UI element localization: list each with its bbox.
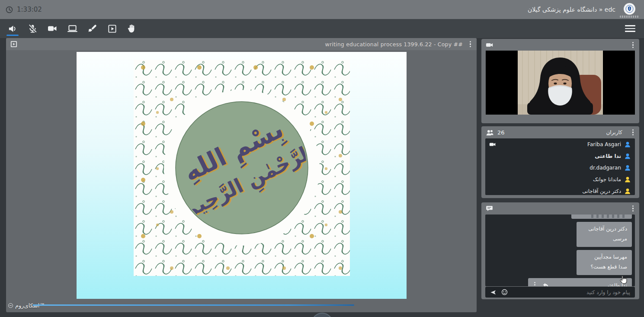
bismillah-artwork: بِسْمِ اللهِ الرَّحْمٰنِ الرَّحِیمِ بِسْ… xyxy=(134,60,350,276)
message-menu-button[interactable] xyxy=(533,281,537,286)
video-panel xyxy=(481,39,639,123)
university-logo xyxy=(624,3,635,15)
user-name: دکتر درین آقاجانی xyxy=(582,188,621,194)
speaker-icon xyxy=(8,24,18,34)
user-row[interactable]: dr.dadgaran xyxy=(485,162,635,173)
camera-icon xyxy=(486,41,493,49)
message-hover-controls xyxy=(533,281,549,286)
person-icon xyxy=(624,188,631,195)
user-list: Fariba Asgari ندا طاعتی dr.dadgaran xyxy=(485,138,635,195)
chat-panel: دکتر درین آقاجانی مرسی مهرسا مجدآیین صدا… xyxy=(481,202,639,299)
chat-icon xyxy=(486,205,493,212)
user-row[interactable]: ندا طاعتی xyxy=(485,150,635,162)
user-name: ماندانا جوانک xyxy=(593,176,621,183)
mic-off-icon xyxy=(28,24,38,34)
users-panel-menu-button[interactable] xyxy=(631,128,635,137)
skyroom-app: 1:33:02 edc « دانشگاه علوم پزشکی گیلان xyxy=(0,0,644,317)
document-titlebar: writing educational process 1399.6.22 - … xyxy=(6,38,477,50)
skyroom-logo-icon xyxy=(8,303,13,308)
speaker-button[interactable] xyxy=(3,19,22,38)
webcam-feed[interactable] xyxy=(486,51,635,115)
reply-icon[interactable] xyxy=(542,282,549,286)
users-count: 26 xyxy=(497,129,505,136)
room-title: edc « دانشگاه علوم پزشکی گیلان xyxy=(528,6,615,13)
session-timer: 1:33:02 xyxy=(5,6,42,14)
presentation-pop-icon[interactable] xyxy=(10,41,17,48)
chat-message[interactable]: دکتر درین آقاجانی مرسی xyxy=(577,222,632,247)
send-icon[interactable] xyxy=(489,288,497,296)
webcam-button[interactable] xyxy=(42,19,62,38)
user-name: Fariba Asgari xyxy=(587,141,621,147)
user-name: ندا طاعتی xyxy=(595,153,621,159)
main-toolbar xyxy=(0,19,644,38)
raise-hand-button[interactable] xyxy=(122,19,142,38)
document-viewer-panel: writing educational process 1399.6.22 - … xyxy=(6,38,477,312)
webcam-icon xyxy=(47,23,58,34)
emoji-icon[interactable] xyxy=(501,288,508,296)
user-name: dr.dadgaran xyxy=(590,165,621,171)
screen-share-button[interactable] xyxy=(62,19,82,38)
video-panel-header xyxy=(481,39,639,51)
message-sender: مهرسا مجدآیین xyxy=(581,252,627,262)
clipped-text xyxy=(591,215,627,218)
logo-caption xyxy=(620,16,639,18)
top-bar: 1:33:02 edc « دانشگاه علوم پزشکی گیلان xyxy=(0,0,644,19)
person-icon xyxy=(624,153,631,160)
document-menu-button[interactable] xyxy=(468,40,472,49)
users-panel-header: 26 کاربران xyxy=(481,126,639,138)
microphone-muted-button[interactable] xyxy=(22,19,42,38)
session-time: 1:33:02 xyxy=(17,6,42,13)
chat-message-input[interactable] xyxy=(512,289,631,296)
user-row[interactable]: Fariba Asgari xyxy=(485,138,635,150)
draw-button[interactable] xyxy=(82,19,102,38)
message-text: صدا قطع هست؟ xyxy=(581,262,627,272)
raise-hand-icon xyxy=(127,24,137,34)
users-panel: 26 کاربران Fariba Asgari ندا طاعتی xyxy=(481,126,639,198)
media-player-button[interactable] xyxy=(102,19,122,38)
user-camera-icon xyxy=(489,141,496,148)
person-icon xyxy=(624,176,631,183)
chat-message[interactable]: مهرسا مجدآیین صدا قطع هست؟ xyxy=(577,250,632,275)
user-row[interactable]: ماندانا جوانک xyxy=(485,173,635,185)
clock-icon xyxy=(5,6,13,14)
brush-icon xyxy=(87,24,97,34)
person-icon xyxy=(624,164,631,171)
room-header: edc « دانشگاه علوم پزشکی گیلان xyxy=(528,1,639,18)
chat-input-bar xyxy=(485,287,635,298)
person-icon xyxy=(624,141,631,148)
bottom-dock-toggle[interactable] xyxy=(311,313,333,317)
user-row[interactable]: دکتر درین آقاجانی xyxy=(485,185,635,195)
message-text: مرسی xyxy=(581,234,627,244)
slide-progress-bar[interactable] xyxy=(32,304,354,306)
screen-share-icon xyxy=(67,23,78,34)
users-panel-title: کاربران xyxy=(606,129,622,135)
presentation-slide: بِسْمِ اللهِ الرَّحْمٰنِ الرَّحِیمِ بِسْ… xyxy=(77,52,407,299)
video-panel-menu-button[interactable] xyxy=(631,41,635,50)
chat-message-partial-bottom[interactable]: ندا طاعتی xyxy=(528,278,632,286)
users-icon xyxy=(486,128,494,137)
chat-message-partial-top[interactable] xyxy=(571,215,632,219)
document-title: writing educational process 1399.6.22 - … xyxy=(325,41,463,48)
menu-button[interactable] xyxy=(625,25,635,32)
message-sender: دکتر درین آقاجانی xyxy=(581,224,627,234)
room-logo-wrap xyxy=(620,3,639,18)
media-player-icon xyxy=(107,24,117,34)
chat-panel-header xyxy=(481,202,639,215)
webcam-video-frame xyxy=(486,51,635,115)
chat-message-list[interactable]: دکتر درین آقاجانی مرسی مهرسا مجدآیین صدا… xyxy=(485,215,635,286)
message-sender: ندا طاعتی xyxy=(605,281,627,286)
chat-panel-menu-button[interactable] xyxy=(631,204,635,213)
